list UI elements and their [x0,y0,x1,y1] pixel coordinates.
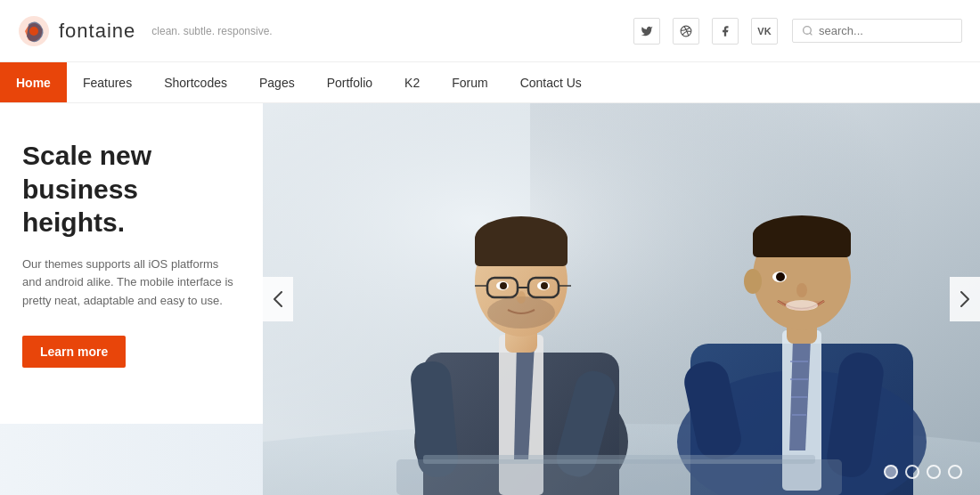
carousel-dots [884,465,962,479]
search-icon [802,25,813,37]
hero-description: Our themes supports all iOS platforms an… [22,256,236,311]
nav-item-k2[interactable]: K2 [388,62,436,102]
hero-title: Scale new business heights. [22,139,236,239]
main-nav: Home Features Shortcodes Pages Portfolio… [0,62,980,103]
social-icons: VK [633,18,778,45]
svg-point-43 [744,269,762,294]
logo-area: fontaine clean. subtle. responsive. [18,15,273,47]
carousel-arrow-right[interactable] [950,277,980,321]
svg-line-4 [810,33,812,35]
hero-image-area [263,103,980,495]
svg-rect-51 [423,455,815,464]
svg-point-47 [796,283,807,297]
svg-rect-50 [396,459,842,495]
svg-point-27 [541,282,548,289]
logo-icon [18,15,50,47]
carousel-dot-3[interactable] [927,465,941,479]
nav-item-shortcodes[interactable]: Shortcodes [148,62,243,102]
nav-item-portfolio[interactable]: Portfolio [311,62,388,102]
svg-point-46 [786,300,818,311]
carousel-dot-4[interactable] [948,465,962,479]
nav-item-forum[interactable]: Forum [436,62,503,102]
nav-item-contact[interactable]: Contact Us [504,62,598,102]
carousel-dot-1[interactable] [884,465,898,479]
hero-background-svg [263,103,980,495]
dribbble-icon[interactable] [673,18,699,45]
search-input[interactable] [819,24,952,37]
site-header: fontaine clean. subtle. responsive. VK [0,0,980,62]
twitter-icon[interactable] [633,18,660,45]
svg-rect-17 [475,235,568,266]
hero-section: Scale new business heights. Our themes s… [0,103,980,495]
svg-point-28 [517,291,526,304]
learn-more-button[interactable]: Learn more [22,336,126,368]
svg-point-3 [804,27,812,35]
svg-point-1 [29,27,38,36]
nav-item-home[interactable]: Home [0,62,67,102]
svg-point-26 [500,282,507,289]
svg-point-45 [776,272,785,281]
logo-tagline: clean. subtle. responsive. [151,25,272,37]
svg-rect-42 [753,231,851,257]
hero-left-panel: Scale new business heights. Our themes s… [0,103,263,495]
search-box [792,19,962,43]
header-right: VK [633,18,962,45]
laptop-decoration [0,424,263,495]
logo-text: fontaine [59,20,135,43]
vk-icon[interactable]: VK [751,18,778,45]
nav-item-features[interactable]: Features [67,62,148,102]
carousel-arrow-left[interactable] [263,277,293,321]
facebook-icon[interactable] [712,18,739,45]
nav-item-pages[interactable]: Pages [243,62,311,102]
carousel-dot-2[interactable] [905,465,919,479]
